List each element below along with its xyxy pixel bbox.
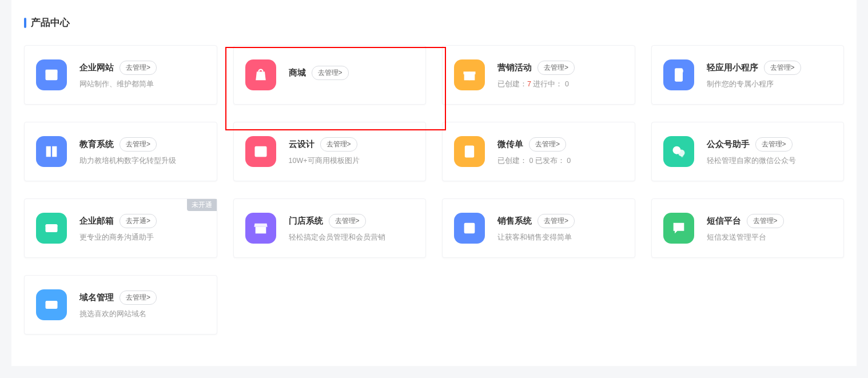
card-body: 商城去管理>	[289, 66, 415, 85]
card-body: 公众号助手去管理>轻松管理自家的微信公众号	[707, 137, 833, 166]
card-title: 教育系统	[79, 139, 114, 150]
badge-unactivated: 未开通	[187, 199, 217, 211]
product-card-2[interactable]: 营销活动去管理>已创建：7 进行中： 0	[442, 45, 635, 105]
product-card-0[interactable]: 企业网站去管理>网站制作、维护都简单	[24, 45, 217, 105]
card-title: 商城	[289, 67, 306, 78]
product-card-5[interactable]: 云设计去管理>10W+可商用模板图片	[233, 122, 427, 181]
card-title: 公众号助手	[707, 139, 750, 150]
card-desc: 已创建： 0 已发布： 0	[497, 156, 623, 166]
manage-button[interactable]: 去管理>	[329, 214, 366, 228]
flyer-icon	[454, 136, 485, 167]
manage-button[interactable]: 去管理>	[120, 291, 157, 305]
activate-button[interactable]: 去开通>	[120, 214, 157, 228]
card-title: 销售系统	[497, 216, 532, 226]
list-icon	[454, 213, 485, 244]
card-body: 域名管理去管理>挑选喜欢的网站域名	[79, 291, 205, 319]
product-card-1[interactable]: 商城去管理>	[233, 45, 427, 105]
manage-button[interactable]: 去管理>	[120, 137, 157, 152]
card-title: 企业邮箱	[79, 216, 114, 226]
manage-button[interactable]: 去管理>	[537, 61, 575, 75]
card-desc: 挑选喜欢的网站域名	[79, 309, 205, 319]
product-card-6[interactable]: 微传单去管理>已创建： 0 已发布： 0	[442, 122, 635, 181]
card-desc: 让获客和销售变得简单	[497, 233, 623, 242]
card-title: 营销活动	[497, 62, 532, 73]
wechat-icon	[663, 136, 694, 167]
manage-button[interactable]: 去管理>	[120, 61, 157, 75]
manage-button[interactable]: 去管理>	[755, 137, 793, 152]
domain-icon	[36, 289, 67, 320]
card-desc: 轻松搞定会员管理和会员营销	[289, 233, 415, 242]
manage-button[interactable]: 去管理>	[537, 214, 575, 228]
window-icon	[36, 59, 67, 90]
card-desc: 网站制作、维护都简单	[79, 79, 205, 89]
card-desc: 已创建：7 进行中： 0	[497, 79, 623, 89]
card-body: 销售系统去管理>让获客和销售变得简单	[497, 214, 623, 242]
product-card-12[interactable]: 域名管理去管理>挑选喜欢的网站域名	[24, 275, 217, 335]
card-title: 微传单	[497, 139, 523, 150]
card-desc: 10W+可商用模板图片	[289, 156, 415, 166]
card-body: 微传单去管理>已创建： 0 已发布： 0	[497, 137, 623, 166]
phone-icon	[663, 59, 694, 90]
card-body: 云设计去管理>10W+可商用模板图片	[289, 137, 415, 166]
card-body: 短信平台去管理>短信发送管理平台	[707, 214, 833, 242]
product-card-7[interactable]: 公众号助手去管理>轻松管理自家的微信公众号	[651, 122, 845, 181]
card-title: 云设计	[289, 139, 314, 150]
card-body: 营销活动去管理>已创建：7 进行中： 0	[497, 61, 623, 89]
mail-icon	[36, 213, 67, 244]
card-body: 轻应用小程序去管理>制作您的专属小程序	[707, 61, 833, 89]
card-title: 门店系统	[289, 216, 323, 226]
product-card-4[interactable]: 教育系统去管理>助力教培机构数字化转型升级	[24, 122, 217, 181]
manage-button[interactable]: 去管理>	[529, 137, 566, 152]
manage-button[interactable]: 去管理>	[764, 61, 801, 75]
bag-icon	[245, 59, 276, 90]
product-card-11[interactable]: 短信平台去管理>短信发送管理平台	[651, 198, 845, 258]
card-title: 轻应用小程序	[707, 62, 758, 73]
product-card-8[interactable]: 未开通企业邮箱去开通>更专业的商务沟通助手	[24, 198, 217, 258]
product-grid: 企业网站去管理>网站制作、维护都简单商城去管理>营销活动去管理>已创建：7 进行…	[24, 45, 844, 335]
product-card-10[interactable]: 销售系统去管理>让获客和销售变得简单	[442, 198, 635, 258]
product-card-9[interactable]: 门店系统去管理>轻松搞定会员管理和会员营销	[233, 198, 427, 258]
card-title: 域名管理	[79, 292, 114, 303]
card-title: 短信平台	[707, 216, 741, 226]
card-body: 门店系统去管理>轻松搞定会员管理和会员营销	[289, 214, 415, 242]
card-body: 教育系统去管理>助力教培机构数字化转型升级	[79, 137, 205, 166]
image-icon	[245, 136, 276, 167]
store-icon	[245, 213, 276, 244]
chat-icon	[663, 213, 694, 244]
card-desc: 助力教培机构数字化转型升级	[79, 156, 205, 166]
section-title-text: 产品中心	[31, 16, 70, 29]
card-body: 企业网站去管理>网站制作、维护都简单	[79, 61, 205, 89]
gift-icon	[454, 59, 485, 90]
card-desc: 制作您的专属小程序	[707, 79, 833, 89]
annotation-arrow	[0, 366, 868, 378]
card-title: 企业网站	[79, 62, 114, 73]
card-desc: 轻松管理自家的微信公众号	[707, 156, 833, 166]
product-card-3[interactable]: 轻应用小程序去管理>制作您的专属小程序	[651, 45, 845, 105]
manage-button[interactable]: 去管理>	[312, 66, 349, 80]
card-desc: 短信发送管理平台	[707, 233, 833, 242]
manage-button[interactable]: 去管理>	[320, 137, 357, 152]
manage-button[interactable]: 去管理>	[747, 214, 784, 228]
book-icon	[36, 136, 67, 167]
card-desc: 更专业的商务沟通助手	[79, 233, 205, 242]
card-body: 企业邮箱去开通>更专业的商务沟通助手	[79, 214, 205, 242]
section-title: 产品中心	[24, 16, 844, 29]
